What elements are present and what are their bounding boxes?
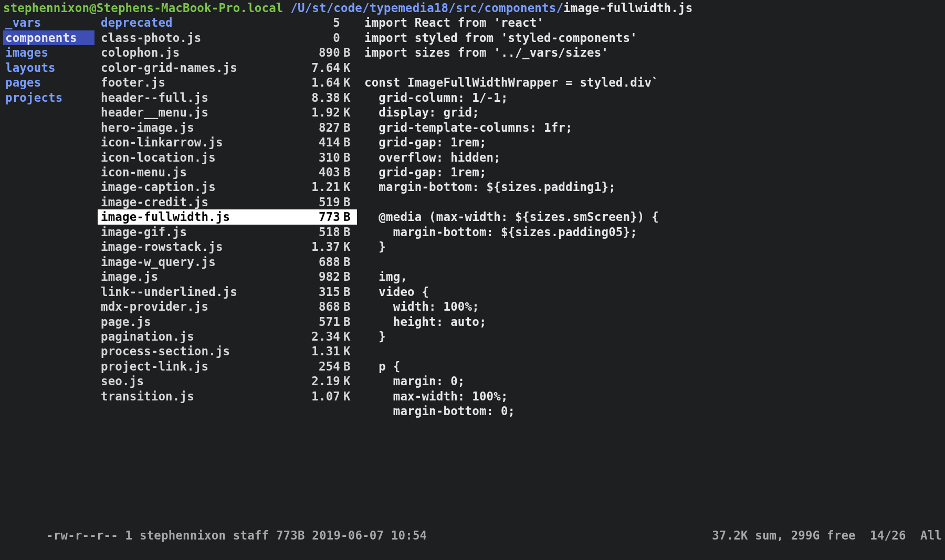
preview-line — [364, 60, 941, 75]
dir-item[interactable]: pages — [3, 75, 94, 90]
file-row[interactable]: process-section.js1.31K — [98, 344, 357, 358]
file-row[interactable]: header__menu.js1.92K — [98, 105, 357, 120]
preview-line: const ImageFullWidthWrapper = styled.div… — [364, 75, 941, 90]
file-size-unit: B — [340, 284, 355, 299]
file-size: 688 — [293, 255, 340, 269]
file-preview[interactable]: import React from 'react'import styled f… — [357, 15, 945, 512]
file-row[interactable]: footer.js1.64K — [98, 75, 357, 90]
titlebar-path: /U/st/code/typemedia18/src/components/ — [290, 1, 563, 15]
preview-line: overflow: hidden; — [364, 150, 941, 165]
file-column[interactable]: deprecated5class-photo.js0colophon.js890… — [94, 15, 357, 512]
file-size-unit: K — [340, 90, 355, 105]
file-row[interactable]: link--underlined.js315B — [98, 284, 357, 299]
file-name: image-rowstack.js — [101, 239, 223, 254]
file-row[interactable]: class-photo.js0 — [98, 30, 357, 45]
file-name: colophon.js — [101, 45, 180, 60]
file-size: 1.92 — [293, 105, 340, 120]
file-row[interactable]: image-w_query.js688B — [98, 255, 357, 269]
preview-line: grid-gap: 1rem; — [364, 165, 941, 179]
dir-item[interactable]: components — [3, 30, 94, 45]
file-name: pagination.js — [101, 329, 194, 344]
file-name: icon-location.js — [101, 150, 216, 165]
preview-line: import styled from 'styled-components' — [364, 30, 941, 45]
file-size: 5 — [293, 15, 340, 30]
file-name: footer.js — [101, 75, 165, 90]
file-name: transition.js — [101, 389, 194, 404]
file-row[interactable]: image-credit.js519B — [98, 195, 357, 209]
file-name: image-gif.js — [101, 225, 187, 239]
preview-line: grid-gap: 1rem; — [364, 135, 941, 150]
status-size: 773B — [276, 529, 305, 542]
titlebar-filename: image-fullwidth.js — [563, 1, 692, 15]
file-size-unit: B — [340, 299, 355, 314]
status-date: 2019-06-07 — [312, 529, 384, 542]
preview-line: max-width: 100%; — [364, 389, 941, 404]
preview-line: } — [364, 239, 941, 254]
file-size-unit: K — [340, 105, 355, 120]
file-row[interactable]: pagination.js2.34K — [98, 329, 357, 344]
status-time: 10:54 — [391, 529, 427, 542]
file-row[interactable]: mdx-provider.js868B — [98, 299, 357, 314]
file-size-unit: B — [340, 209, 355, 224]
file-row[interactable]: image-gif.js518B — [98, 225, 357, 239]
file-size-unit: B — [340, 45, 355, 60]
file-name: image-credit.js — [101, 195, 208, 209]
file-size: 7.64 — [293, 60, 340, 75]
file-name: image-caption.js — [101, 179, 216, 194]
file-size-unit: B — [340, 314, 355, 329]
status-free: 299G free — [791, 529, 856, 542]
file-row[interactable]: image.js982B — [98, 269, 357, 284]
dir-item[interactable]: layouts — [3, 60, 94, 75]
dir-column[interactable]: _varscomponentsimageslayoutspagesproject… — [0, 15, 94, 512]
titlebar: stephennixon@Stephens-MacBook-Pro.local … — [0, 0, 945, 15]
file-row[interactable]: icon-linkarrow.js414B — [98, 135, 357, 150]
file-name: icon-menu.js — [101, 165, 187, 179]
file-name: icon-linkarrow.js — [101, 135, 223, 150]
preview-line: import React from 'react' — [364, 15, 941, 30]
file-size: 1.21 — [293, 179, 340, 194]
file-size-unit: B — [340, 269, 355, 284]
file-size: 1.31 — [293, 344, 340, 358]
status-scroll: All — [920, 529, 942, 542]
file-size: 773 — [293, 209, 340, 224]
file-row[interactable]: icon-menu.js403B — [98, 165, 357, 179]
dir-item[interactable]: _vars — [3, 15, 94, 30]
file-name: header--full.js — [101, 90, 208, 105]
file-row[interactable]: project-link.js254B — [98, 359, 357, 374]
file-size: 827 — [293, 120, 340, 135]
statusbar: -rw-r--r-- 1 stephennixon staff 773B 201… — [0, 512, 945, 560]
file-row[interactable]: transition.js1.07K — [98, 389, 357, 404]
file-row[interactable]: image-fullwidth.js773B — [98, 209, 357, 224]
file-row[interactable]: color-grid-names.js7.64K — [98, 60, 357, 75]
file-size: 315 — [293, 284, 340, 299]
preview-line: import sizes from '../_vars/sizes' — [364, 45, 941, 60]
file-size-unit: K — [340, 75, 355, 90]
file-row[interactable]: image-rowstack.js1.37K — [98, 239, 357, 254]
file-row[interactable]: page.js571B — [98, 314, 357, 329]
preview-line: display: grid; — [364, 105, 941, 120]
file-row[interactable]: hero-image.js827B — [98, 120, 357, 135]
file-row[interactable]: seo.js2.19K — [98, 374, 357, 388]
file-size: 254 — [293, 359, 340, 374]
dir-item[interactable]: projects — [3, 90, 94, 105]
file-size: 1.37 — [293, 239, 340, 254]
file-size: 403 — [293, 165, 340, 179]
preview-line: width: 100%; — [364, 299, 941, 314]
dir-item[interactable]: images — [3, 45, 94, 60]
preview-line: grid-column: 1/-1; — [364, 90, 941, 105]
status-links: 1 — [125, 529, 133, 542]
preview-line: @media (max-width: ${sizes.smScreen}) { — [364, 209, 941, 224]
file-row[interactable]: deprecated5 — [98, 15, 357, 30]
file-row[interactable]: icon-location.js310B — [98, 150, 357, 165]
file-row[interactable]: colophon.js890B — [98, 45, 357, 60]
file-row[interactable]: header--full.js8.38K — [98, 90, 357, 105]
preview-line: margin-bottom: 0; — [364, 404, 941, 418]
preview-line: } — [364, 329, 941, 344]
file-size-unit: B — [340, 225, 355, 239]
file-size: 519 — [293, 195, 340, 209]
file-name: image-fullwidth.js — [101, 209, 230, 224]
file-size-unit: K — [340, 374, 355, 388]
file-row[interactable]: image-caption.js1.21K — [98, 179, 357, 194]
preview-line: grid-template-columns: 1fr; — [364, 120, 941, 135]
file-size: 2.19 — [293, 374, 340, 388]
